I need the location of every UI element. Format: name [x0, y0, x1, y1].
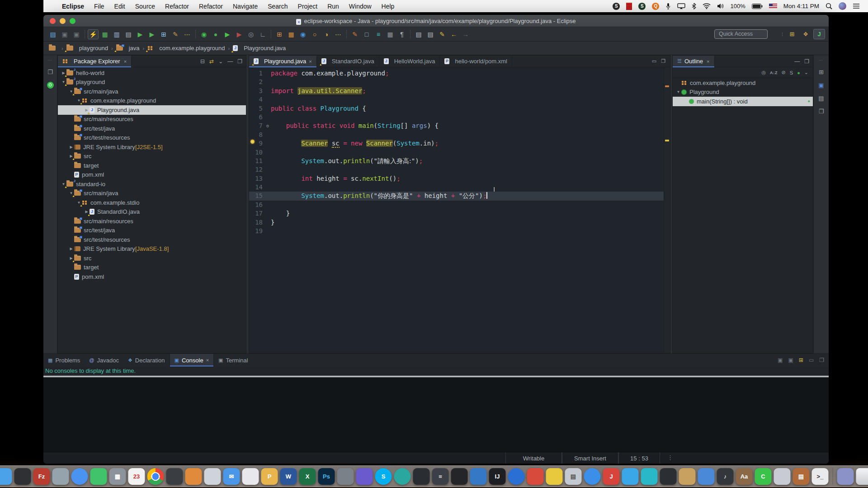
menu-source[interactable]: Source	[130, 3, 160, 10]
tree-item-pom.xml[interactable]: pom.xml	[58, 272, 246, 282]
dock-teal-app-icon[interactable]	[394, 468, 411, 485]
menu-search[interactable]: Search	[263, 3, 292, 10]
quick-access-input[interactable]: Quick Access	[714, 29, 768, 39]
open-perspective-icon[interactable]: ⊞	[786, 29, 798, 39]
skype-icon[interactable]: S	[613, 3, 620, 10]
dock-finder-icon[interactable]	[0, 468, 12, 485]
dock-chrome-icon[interactable]	[147, 468, 164, 485]
dock-db-stack-icon[interactable]: ▤	[565, 468, 582, 485]
code-line-3[interactable]: 3import java.util.Scanner;	[249, 87, 664, 95]
tree-item-pom.xml[interactable]: pom.xml	[58, 170, 246, 180]
zoom-window-button[interactable]	[70, 18, 75, 24]
tree-item-src-main-java[interactable]: ▼src/main/java	[58, 87, 246, 96]
dock-trash-icon[interactable]	[856, 468, 868, 485]
close-icon[interactable]: ×	[206, 357, 209, 363]
code-line-4[interactable]: 4	[249, 95, 664, 104]
siri-icon[interactable]	[839, 2, 846, 10]
save-all-icon[interactable]: ▣	[71, 29, 82, 39]
editor-tab-hello-world-pom.xml[interactable]: hello-world/pom.xml	[440, 56, 512, 67]
tree-item-src-test-java[interactable]: src/test/java	[58, 226, 246, 235]
minimize-icon[interactable]: ▭	[652, 58, 656, 64]
new-java-project-icon[interactable]: ⊞	[274, 29, 285, 39]
close-icon[interactable]: ×	[309, 59, 311, 64]
dock-photos-icon[interactable]	[242, 468, 259, 485]
dock-dark-app-icon[interactable]	[166, 468, 183, 485]
minimized-launch-view-icon[interactable]: ⏻	[47, 82, 54, 89]
java-perspective-icon[interactable]: J	[813, 29, 825, 39]
profile-icon[interactable]: ▶	[234, 29, 245, 39]
code-line-1[interactable]: 1package com.example.playground;	[249, 69, 664, 78]
menu-run[interactable]: Run	[322, 3, 344, 10]
dock-filezilla-icon[interactable]: Fz	[33, 468, 50, 485]
display-console-icon[interactable]: ▣	[778, 357, 783, 363]
dock-launchpad-icon[interactable]: ▦	[109, 468, 126, 485]
code-line-18[interactable]: 18}	[249, 218, 664, 227]
close-icon[interactable]: ×	[707, 59, 709, 64]
dock-word-icon[interactable]: W	[280, 468, 297, 485]
javaee-perspective-icon[interactable]: ❖	[800, 29, 811, 39]
task-list-view-icon[interactable]: ▣	[818, 82, 824, 89]
breadcrumb-item-Playground.java[interactable]: Playground.java	[233, 45, 286, 52]
dock-dark-browser-icon[interactable]	[14, 468, 31, 485]
battery-icon[interactable]	[752, 4, 763, 9]
back-icon[interactable]: ←	[448, 29, 459, 39]
new-window-icon[interactable]: ⊞	[158, 29, 169, 39]
dock-sliders-icon[interactable]: ≡	[432, 468, 449, 485]
menu-refactor-2[interactable]: Refactor	[194, 3, 228, 10]
open-type-icon[interactable]: ▥	[111, 29, 122, 39]
bluetooth-icon[interactable]	[692, 3, 696, 9]
tree-expander-icon[interactable]: ▶	[68, 247, 74, 251]
dock-automator-icon[interactable]	[774, 468, 791, 485]
dock-music-dark-icon[interactable]: ♪	[717, 468, 734, 485]
select-block-icon[interactable]: □	[361, 29, 372, 39]
tree-item-src-main-resources[interactable]: src/main/resources	[58, 115, 246, 124]
dock-teal-app2-icon[interactable]	[641, 468, 658, 485]
breadcrumb-item[interactable]	[49, 46, 58, 51]
save-icon[interactable]: ▣	[59, 29, 70, 39]
code-line-5[interactable]: 5public class Playground {	[249, 104, 664, 113]
code-editor[interactable]: 1package com.example.playground;23import…	[249, 67, 664, 353]
strip-grip[interactable]: ⋯	[819, 58, 824, 62]
open-task-icon[interactable]: ◑	[321, 29, 332, 39]
run-as-icon[interactable]: ▶	[146, 29, 157, 39]
tree-item-playground[interactable]: ▼playground	[58, 78, 246, 87]
show-whitespace-icon[interactable]: ≡	[373, 29, 384, 39]
dock-jetbrains-icon[interactable]: J	[603, 468, 620, 485]
dock-ide-dark-icon[interactable]	[451, 468, 468, 485]
overview-ruler[interactable]	[664, 67, 670, 353]
hide-nonpublic-icon[interactable]: ●	[797, 70, 800, 75]
overview-marker[interactable]	[665, 85, 669, 87]
skip-breakpoints-icon[interactable]: ⚡	[88, 29, 99, 39]
tree-item-com.example.stdio[interactable]: ▼com.example.stdio	[58, 198, 246, 207]
tree-item-Playground.java[interactable]: ▶Playground.java	[58, 105, 246, 115]
tree-item-src-main-resources[interactable]: src/main/resources	[58, 216, 246, 226]
code-line-7[interactable]: 7⊖ public static void main(String[] args…	[249, 122, 664, 130]
dock-yellow-app-icon[interactable]	[546, 468, 563, 485]
tree-item-main-String------void[interactable]: main(String[]) : void●	[673, 97, 813, 106]
show-paragraph-icon[interactable]: ¶	[396, 29, 407, 39]
tree-item-hello-world[interactable]: ▶hello-world	[58, 68, 246, 78]
open-console-icon[interactable]: ▣	[788, 357, 793, 363]
hide-fields-icon[interactable]: ⊘	[782, 70, 786, 75]
tree-item-src-main-java[interactable]: ▼src/main/java	[58, 189, 246, 198]
maximize-icon[interactable]: ❐	[237, 58, 242, 65]
coverage-icon[interactable]: ◎	[245, 29, 256, 39]
dotted-grid-icon[interactable]: ▦	[385, 29, 396, 39]
hide-static-icon[interactable]: S	[790, 70, 793, 75]
dock-maps-green-icon[interactable]	[90, 468, 107, 485]
prev-annotation-icon[interactable]: ▤	[425, 29, 436, 39]
breadcrumb-item-playground[interactable]: playground	[66, 45, 108, 52]
dock-c-green-icon[interactable]: C	[755, 468, 772, 485]
forward-icon[interactable]: →	[460, 29, 471, 39]
dock-intellij-icon[interactable]: IJ	[489, 468, 506, 485]
statusbar-insert-mode[interactable]: Smart Insert	[562, 452, 618, 464]
window-titlebar[interactable]: eclipse-workspace - Java - playground/sr…	[43, 15, 829, 27]
tree-item-Playground[interactable]: ▼Playground	[673, 88, 813, 97]
dock-blue-sphere-icon[interactable]	[508, 468, 525, 485]
link-with-editor-icon[interactable]: ⇄	[209, 58, 214, 65]
dock-skype-icon[interactable]: S	[375, 468, 392, 485]
dock-dark-app2-icon[interactable]	[413, 468, 430, 485]
debug-as-icon[interactable]: ▶	[135, 29, 146, 39]
microphone-icon[interactable]	[665, 3, 671, 10]
statusbar-more-icon[interactable]: ⋮	[667, 454, 673, 461]
